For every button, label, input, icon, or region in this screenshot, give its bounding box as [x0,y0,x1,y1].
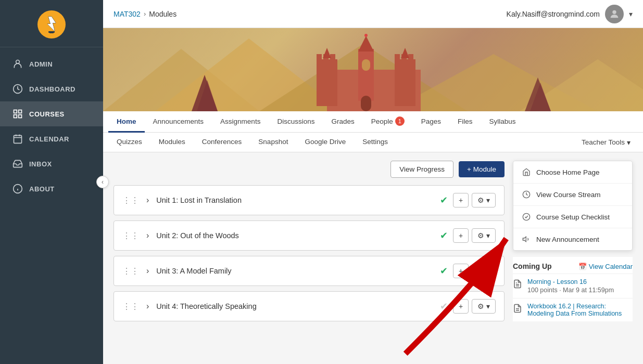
drag-handle-unit2[interactable]: ⋮⋮ [122,231,139,241]
add-module-button[interactable]: + Module [459,161,505,177]
tab-settings[interactable]: Settings [354,133,396,152]
sidebar-item-courses[interactable]: COURSES [0,101,103,126]
module-actions-unit3: + ⚙ ▾ [453,264,496,278]
sidebar-label-admin: ADMIN [29,60,53,68]
coming-up-header: Coming Up 📅 View Calendar [513,257,633,274]
tab-snapshot[interactable]: Snapshot [250,133,296,152]
svg-rect-25 [395,59,415,106]
expand-unit3[interactable]: › [144,266,151,276]
coming-up-item: Morning - Lesson 16 100 points · Mar 9 a… [513,274,633,298]
expand-unit4[interactable]: › [144,302,151,311]
coming-up-item-title-2[interactable]: Workbook 16.2 | Research: Modeling Data … [527,303,633,317]
drag-handle-unit4[interactable]: ⋮⋮ [122,302,139,311]
svg-point-34 [364,34,368,37]
sidebar-navigation: ADMIN DASHBOARD COURSES [0,51,103,201]
assignment-icon-1 [513,279,523,290]
module-gear-btn-unit2[interactable]: ⚙ ▾ [472,228,496,243]
tab-modules[interactable]: Modules [150,133,194,152]
coming-up-item-title-1[interactable]: Morning - Lesson 16 [527,278,614,285]
calendar-small-icon: 📅 [578,263,587,270]
tab-people[interactable]: People 1 [363,111,413,133]
choose-home-page-item[interactable]: Choose Home Page [513,161,632,184]
module-row: ⋮⋮ › Unit 4: Theoretically Speaking ✔ + … [114,291,505,321]
sidebar-item-inbox[interactable]: INBOX [0,151,103,176]
module-add-btn-unit2[interactable]: + [453,228,469,243]
breadcrumb-current: Modules [149,10,176,18]
tab-announcements[interactable]: Announcements [145,111,212,133]
tab-quizzes[interactable]: Quizzes [108,133,150,152]
sidebar-item-about[interactable]: ABOUT [0,176,103,201]
tab-syllabus[interactable]: Syllabus [481,111,524,133]
admin-icon [12,59,23,69]
tab-files[interactable]: Files [449,111,481,133]
teacher-tools-dropdown: Choose Home Page View Course Stream [513,161,633,356]
coming-up-item-info-2: Workbook 16.2 | Research: Modeling Data … [527,303,633,317]
breadcrumb-link[interactable]: MAT302 [114,10,141,18]
drag-handle-unit3[interactable]: ⋮⋮ [122,266,139,276]
avatar[interactable] [605,5,624,23]
sidebar-item-dashboard[interactable]: DASHBOARD [0,76,103,101]
svg-point-44 [523,213,529,220]
module-row: ⋮⋮ › Unit 1: Lost in Translation ✔ + ⚙ ▾ [114,185,505,215]
module-actions-unit1: + ⚙ ▾ [453,193,496,207]
hero-banner [103,28,643,111]
svg-marker-33 [358,36,374,51]
svg-rect-3 [49,33,54,34]
new-announcement-item[interactable]: New Announcement [513,228,632,250]
course-setup-checklist-item[interactable]: Course Setup Checklist [513,206,632,228]
expand-unit1[interactable]: › [144,196,151,205]
checklist-icon [522,212,531,222]
sidebar-item-calendar[interactable]: CALENDAR [0,126,103,151]
svg-rect-37 [362,59,370,71]
svg-rect-6 [14,110,17,113]
main-content: MAT302 › Modules Kaly.Nasiff@strongmind.… [103,0,643,364]
calendar-icon [12,134,23,144]
sidebar: ADMIN DASHBOARD COURSES [0,0,103,364]
tab-conferences[interactable]: Conferences [194,133,250,152]
course-nav-row2: Quizzes Modules Conferences Snapshot Goo… [103,133,643,152]
module-add-btn-unit3[interactable]: + [453,264,469,278]
module-add-btn-unit4[interactable]: + [453,299,469,314]
modules-toolbar: View Progress + Module [114,161,505,178]
module-gear-btn-unit1[interactable]: ⚙ ▾ [472,193,496,207]
module-title-unit2: Unit 2: Out of the Woods [156,231,435,240]
svg-point-17 [612,10,616,14]
assignment-icon-2 [513,304,523,314]
sidebar-collapse-button[interactable]: ‹ [96,176,109,188]
home-icon [522,167,531,177]
module-gear-btn-unit3[interactable]: ⚙ ▾ [472,264,496,278]
svg-rect-32 [358,49,374,101]
courses-icon [12,109,23,119]
expand-unit2[interactable]: › [144,231,151,240]
tab-discussions[interactable]: Discussions [269,111,323,133]
view-course-stream-item[interactable]: View Course Stream [513,184,632,206]
about-icon [12,184,23,194]
view-calendar-link[interactable]: 📅 View Calendar [578,263,633,270]
teacher-tools-tab[interactable]: Teacher Tools ▾ [574,134,638,151]
tab-assignments[interactable]: Assignments [212,111,269,133]
svg-point-4 [16,60,20,64]
tab-pages[interactable]: Pages [413,111,449,133]
sidebar-label-courses: COURSES [29,110,65,118]
svg-rect-8 [14,115,17,118]
stream-icon [522,190,531,199]
module-add-btn-unit1[interactable]: + [453,193,469,207]
tab-grades[interactable]: Grades [323,111,362,133]
tab-home[interactable]: Home [108,111,145,133]
sidebar-item-admin[interactable]: ADMIN [0,51,103,76]
new-announcement-label: New Announcement [536,236,599,243]
tab-googledrive[interactable]: Google Drive [296,133,354,152]
user-menu-toggle[interactable]: ▾ [629,10,633,18]
coming-up-panel: Coming Up 📅 View Calendar [513,257,633,321]
drag-handle-unit1[interactable]: ⋮⋮ [122,196,139,205]
breadcrumb-separator: › [144,10,146,18]
svg-rect-24 [317,59,337,106]
announcement-icon [522,235,531,244]
course-navigation: Home Announcements Assignments Discussio… [103,111,643,152]
module-gear-btn-unit4[interactable]: ⚙ ▾ [472,299,496,314]
collapse-icon: ‹ [102,178,104,186]
coming-up-item: Workbook 16.2 | Research: Modeling Data … [513,298,633,321]
choose-home-label: Choose Home Page [536,168,600,176]
view-progress-button[interactable]: View Progress [390,161,453,178]
app-logo[interactable] [37,10,66,38]
